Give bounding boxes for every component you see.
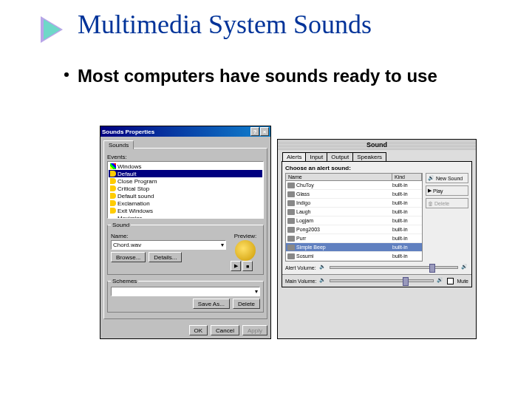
main-volume-label: Main Volume: xyxy=(285,279,316,284)
mac-pane: Choose an alert sound: Name Kind ChuToyb… xyxy=(282,161,472,287)
saveas-button[interactable]: Save As... xyxy=(193,299,230,309)
event-label: Close Program xyxy=(117,178,157,185)
speaker-icon xyxy=(235,240,256,261)
volume-low-icon: 🔈 xyxy=(319,264,327,271)
sound-legend: Sound xyxy=(111,222,131,228)
alert-sound-row[interactable]: Pong2003built-in xyxy=(286,225,422,234)
col-kind[interactable]: Kind xyxy=(392,174,422,180)
event-item[interactable]: Windows xyxy=(109,163,262,170)
play-button[interactable]: ▶ xyxy=(231,261,241,271)
name-label: Name: xyxy=(111,233,226,239)
alert-volume-row: Alert Volume: 🔈 🔊 xyxy=(285,264,468,271)
sound-icon xyxy=(287,245,295,250)
windows-sounds-dialog: Sounds Properties ? × Sounds Events: Win… xyxy=(100,126,271,339)
sound-name: Logjam xyxy=(296,218,392,223)
stop-button[interactable]: ■ xyxy=(242,261,253,271)
tab-input[interactable]: Input xyxy=(305,152,327,161)
sound-name: Glass xyxy=(296,191,392,197)
event-item[interactable]: Close Program xyxy=(109,177,262,185)
alert-sound-row[interactable]: Simple Beepbuilt-in xyxy=(286,243,422,252)
browse-button[interactable]: Browse... xyxy=(111,252,146,262)
slider-thumb[interactable] xyxy=(429,264,435,273)
help-button[interactable]: ? xyxy=(250,127,259,136)
sound-kind: built-in xyxy=(392,253,422,259)
play-icon: ▶ xyxy=(428,188,432,194)
sound-kind: built-in xyxy=(392,236,422,241)
tab-output[interactable]: Output xyxy=(327,152,353,161)
alert-sound-row[interactable]: ChuToybuilt-in xyxy=(286,181,422,190)
schemes-dropdown[interactable]: ▾ xyxy=(111,287,260,296)
event-item[interactable]: Default sound xyxy=(109,192,262,200)
volume-low-icon: 🔈 xyxy=(319,277,327,284)
dropdown-arrow-icon: ▾ xyxy=(221,242,224,248)
name-value: Chord.wav xyxy=(113,242,221,248)
alert-sound-row[interactable]: Laughbuilt-in xyxy=(286,208,422,216)
slider-thumb[interactable] xyxy=(403,277,409,286)
main-volume-slider[interactable] xyxy=(330,279,434,282)
sound-icon xyxy=(287,236,295,242)
slide-bullet: Most computers have sounds ready to use xyxy=(78,65,521,87)
mac-tabbar: AlertsInputOutputSpeakers xyxy=(278,150,476,161)
close-button[interactable]: × xyxy=(260,127,269,136)
play-sound-button[interactable]: ▶Play xyxy=(426,185,468,196)
alert-sound-row[interactable]: Glassbuilt-in xyxy=(286,190,422,199)
sound-kind: built-in xyxy=(392,245,422,250)
events-label: Events: xyxy=(107,154,264,160)
sound-kind: built-in xyxy=(392,218,422,223)
event-item[interactable]: Exclamation xyxy=(109,200,262,207)
sound-icon xyxy=(287,253,295,259)
sound-icon xyxy=(287,218,295,224)
list-header: Name Kind xyxy=(286,174,422,181)
alert-volume-slider[interactable] xyxy=(330,266,458,269)
sound-icon xyxy=(110,171,116,177)
sound-icon xyxy=(110,178,116,184)
dialogs-container: Sounds Properties ? × Sounds Events: Win… xyxy=(100,126,477,339)
events-listbox[interactable]: WindowsDefaultClose ProgramCritical Stop… xyxy=(107,161,264,219)
event-label: Critical Stop xyxy=(117,185,149,192)
details-button[interactable]: Details... xyxy=(149,252,182,262)
sound-name: Purr xyxy=(296,236,392,241)
tab-speakers[interactable]: Speakers xyxy=(352,152,386,161)
speaker-icon: 🔊 xyxy=(428,175,434,181)
col-name[interactable]: Name xyxy=(286,174,392,180)
sound-icon xyxy=(110,200,116,206)
sound-group: Sound Name: Chord.wav ▾ Browse... Detail… xyxy=(107,222,264,275)
alert-sound-row[interactable]: Purrbuilt-in xyxy=(286,234,422,243)
sound-icon xyxy=(287,200,295,206)
mac-titlebar: Sound xyxy=(278,140,476,150)
sound-kind: built-in xyxy=(392,183,422,188)
apply-button[interactable]: Apply xyxy=(242,325,267,335)
dropdown-arrow-icon: ▾ xyxy=(255,288,258,295)
new-sound-button[interactable]: 🔊New Sound xyxy=(426,173,468,183)
event-label: Maximize xyxy=(117,215,143,219)
ok-button[interactable]: OK xyxy=(189,325,208,335)
event-item[interactable]: Default xyxy=(109,170,262,177)
sound-name: ChuToy xyxy=(296,183,392,188)
alert-sound-row[interactable]: Indigobuilt-in xyxy=(286,199,422,208)
mute-checkbox[interactable] xyxy=(447,278,454,284)
cancel-button[interactable]: Cancel xyxy=(211,325,239,335)
sound-icon xyxy=(287,209,295,215)
delete-sound-button: 🗑Delete xyxy=(426,198,468,208)
alert-sound-list[interactable]: Name Kind ChuToybuilt-inGlassbuilt-inInd… xyxy=(285,173,423,262)
delete-scheme-button[interactable]: Delete xyxy=(233,299,260,309)
sound-name: Pong2003 xyxy=(296,227,392,232)
mute-label: Mute xyxy=(457,279,468,284)
tab-alerts[interactable]: Alerts xyxy=(282,152,306,161)
windows-icon xyxy=(110,163,116,169)
preview-label: Preview: xyxy=(231,233,260,239)
sound-kind: built-in xyxy=(392,191,422,197)
event-label: Windows xyxy=(117,163,141,170)
event-item[interactable]: Critical Stop xyxy=(109,185,262,192)
sound-name: Indigo xyxy=(296,200,392,205)
event-label: Exclamation xyxy=(117,200,150,207)
event-item[interactable]: Exit Windows xyxy=(109,207,262,214)
titlebar: Sounds Properties ? × xyxy=(100,126,270,137)
name-dropdown[interactable]: Chord.wav ▾ xyxy=(111,240,226,250)
sound-icon xyxy=(287,227,295,233)
tab-area: Sounds Events: WindowsDefaultClose Progr… xyxy=(100,137,270,322)
alert-sound-row[interactable]: Sosumibuilt-in xyxy=(286,252,422,261)
tab-sounds[interactable]: Sounds xyxy=(103,140,134,149)
alert-sound-row[interactable]: Logjambuilt-in xyxy=(286,216,422,225)
event-item[interactable]: Maximize xyxy=(109,214,262,219)
